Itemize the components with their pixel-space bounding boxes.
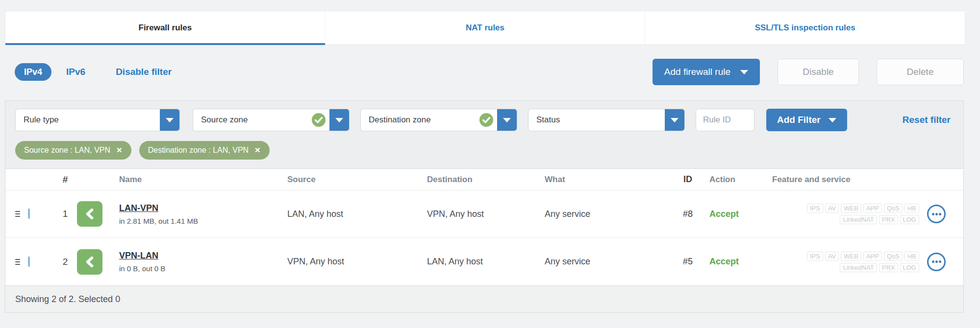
controls-row: IPv4 IPv6 Disable filter Add firewall ru… — [15, 58, 964, 86]
rule-name-cell: LAN-VPN in 2.81 MB, out 1.41 MB — [119, 203, 287, 225]
rule-type-select[interactable]: Rule type — [15, 109, 180, 131]
tab-ssl-tls-inspection-rules[interactable]: SSL/TLS inspection rules — [645, 11, 965, 45]
header-action: Action — [709, 175, 772, 185]
source-cell: LAN, Any host — [287, 209, 427, 219]
header-destination: Destination — [427, 175, 545, 185]
source-cell: VPN, Any host — [287, 257, 427, 267]
close-icon[interactable]: ✕ — [254, 146, 261, 155]
status-select-label: Status — [528, 115, 665, 125]
add-filter-label: Add Filter — [777, 115, 821, 125]
destination-zone-dropdown-button[interactable] — [497, 109, 517, 131]
row-menu-button[interactable] — [927, 205, 946, 223]
destination-zone-select[interactable]: Destination zone — [360, 109, 517, 131]
row-checkbox[interactable] — [28, 209, 30, 219]
filter-chip-label: Source zone : LAN, VPN — [24, 146, 110, 155]
drag-handle-icon[interactable] — [15, 259, 20, 265]
badge-av: AV — [825, 204, 839, 213]
add-filter-button[interactable]: Add Filter — [766, 109, 847, 131]
header-id: ID — [666, 174, 709, 185]
add-firewall-rule-label: Add firewall rule — [664, 67, 730, 77]
rule-type-select-label: Rule type — [16, 115, 160, 125]
source-zone-select-label: Source zone — [193, 115, 312, 125]
drag-handle-icon[interactable] — [15, 211, 20, 217]
what-cell: Any service — [545, 257, 666, 267]
rule-id-cell: #5 — [666, 257, 709, 267]
filter-chip-source-zone[interactable]: Source zone : LAN, VPN ✕ — [15, 141, 131, 160]
badge-prx: PRX — [879, 263, 898, 272]
status-select[interactable]: Status — [528, 109, 685, 131]
row-number: 2 — [53, 257, 77, 267]
source-zone-select[interactable]: Source zone — [193, 109, 350, 131]
status-dropdown-button[interactable] — [665, 109, 684, 131]
destination-zone-select-label: Destination zone — [361, 115, 479, 125]
table-row: 1 LAN-VPN in 2.81 MB, out 1.41 MB LAN, A… — [5, 190, 963, 238]
check-circle-icon — [312, 113, 326, 127]
header-name: Name — [119, 175, 287, 185]
tab-firewall-rules[interactable]: Firewall rules — [5, 11, 326, 45]
badge-log: LOG — [900, 263, 919, 272]
rule-name-link[interactable]: VPN-LAN — [119, 251, 158, 260]
chevron-down-icon — [503, 118, 511, 122]
rule-type-dropdown-button[interactable] — [160, 109, 179, 131]
chevron-down-icon — [829, 118, 836, 122]
badge-linkednat: LinkedNAT — [840, 263, 877, 272]
badge-qos: QoS — [884, 252, 903, 261]
row-number: 1 — [53, 209, 77, 219]
firewall-rules-table: # Name Source Destination What ID Action… — [5, 168, 963, 285]
badge-web: WEB — [841, 252, 861, 261]
firewall-rules-page: Firewall rules NAT rules SSL/TLS inspect… — [0, 0, 980, 328]
action-buttons: Add firewall rule Disable Delete — [653, 59, 964, 85]
active-filter-chips: Source zone : LAN, VPN ✕ Destination zon… — [5, 131, 963, 168]
filter-chip-label: Destination zone : LAN, VPN — [148, 146, 249, 155]
row-menu-button[interactable] — [927, 253, 946, 271]
badge-hb: HB — [905, 252, 919, 261]
rule-id-cell: #8 — [666, 209, 709, 219]
badge-av: AV — [825, 252, 839, 261]
row-checkbox[interactable] — [28, 257, 30, 267]
tab-bar: Firewall rules NAT rules SSL/TLS inspect… — [5, 11, 965, 45]
rule-id-input[interactable] — [696, 109, 754, 131]
filter-bar: Rule type Source zone Destinat — [5, 101, 963, 131]
badge-linkednat: LinkedNAT — [840, 215, 877, 224]
header-what: What — [545, 175, 666, 185]
action-cell: Accept — [709, 209, 772, 219]
reset-filter-link[interactable]: Reset filter — [903, 115, 954, 125]
close-icon[interactable]: ✕ — [116, 146, 123, 155]
delete-button[interactable]: Delete — [877, 59, 964, 85]
badge-qos: QoS — [884, 204, 903, 213]
table-footer: Showing 2 of 2. Selected 0 — [5, 285, 963, 312]
badge-ips: IPS — [807, 204, 823, 213]
tab-nat-rules[interactable]: NAT rules — [326, 11, 646, 45]
chevron-down-icon — [166, 118, 174, 122]
chevron-down-icon — [740, 70, 748, 74]
rule-name-link[interactable]: LAN-VPN — [119, 203, 158, 213]
network-rule-icon — [77, 249, 102, 275]
feature-badges: IPS AV WEB APP QoS HB LinkedNAT PRX LOG — [772, 204, 919, 224]
badge-prx: PRX — [879, 215, 898, 224]
destination-cell: VPN, Any host — [427, 209, 545, 219]
add-firewall-rule-button[interactable]: Add firewall rule — [653, 59, 760, 85]
action-cell: Accept — [709, 257, 772, 267]
rule-traffic: in 0 B, out 0 B — [119, 264, 287, 273]
ipv6-toggle[interactable]: IPv6 — [66, 67, 85, 77]
feature-badges: IPS AV WEB APP QoS HB LinkedNAT PRX LOG — [772, 252, 919, 272]
badge-log: LOG — [900, 215, 919, 224]
filter-chip-destination-zone[interactable]: Destination zone : LAN, VPN ✕ — [139, 141, 270, 160]
source-zone-dropdown-button[interactable] — [329, 109, 349, 131]
badge-ips: IPS — [807, 252, 823, 261]
showing-summary: Showing 2 of 2. Selected 0 — [15, 294, 120, 305]
rule-name-cell: VPN-LAN in 0 B, out 0 B — [119, 251, 287, 273]
badge-app: APP — [863, 204, 882, 213]
network-rule-icon — [77, 201, 102, 227]
header-source: Source — [287, 175, 427, 185]
rule-traffic: in 2.81 MB, out 1.41 MB — [119, 217, 287, 225]
badge-app: APP — [863, 252, 882, 261]
badge-web: WEB — [841, 204, 861, 213]
header-feature-and-service: Feature and service — [772, 175, 919, 185]
filter-and-table-panel: Rule type Source zone Destinat — [5, 100, 964, 313]
what-cell: Any service — [545, 209, 666, 219]
disable-filter-link[interactable]: Disable filter — [116, 67, 172, 77]
ipv4-toggle[interactable]: IPv4 — [15, 63, 51, 81]
chevron-down-icon — [335, 118, 343, 122]
disable-button[interactable]: Disable — [778, 59, 859, 85]
